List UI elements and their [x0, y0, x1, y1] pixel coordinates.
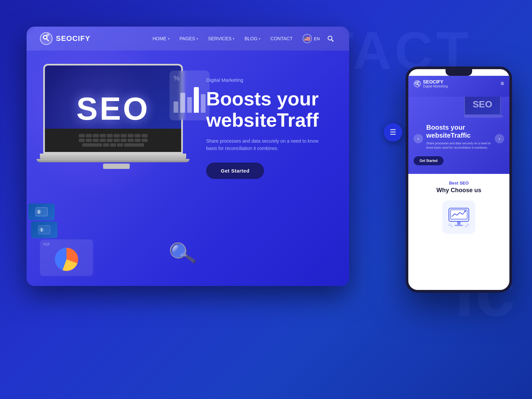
hero-content: Digital Marketing Boosts your websiteTra… [206, 77, 339, 179]
svg-point-22 [467, 224, 469, 226]
svg-text:$: $ [38, 210, 40, 214]
nav-links: HOME ▾ PAGES ▾ SERVICES ▾ BLOG ▾ CONTACT [153, 36, 293, 41]
mobile-logo-icon [414, 80, 421, 87]
nav-services[interactable]: SERVICES ▾ [208, 36, 235, 41]
mobile-why-section: Best SEO Why Choose us [408, 174, 509, 240]
logo-area: SEOCIFY [40, 32, 90, 45]
money-card-2: $ [31, 221, 58, 238]
mobile-notch [446, 69, 472, 76]
svg-rect-18 [457, 221, 461, 225]
blog-chevron: ▾ [259, 37, 260, 41]
seo-big-text: SEO [76, 90, 150, 127]
mobile-get-started-button[interactable]: Get Started [414, 156, 444, 165]
menu-icon: ☰ [390, 128, 396, 137]
mobile-logo-text: SEOCIFY Digital Marketing [423, 79, 448, 88]
mobile-menu-button[interactable]: ≡ [500, 80, 504, 87]
svg-point-20 [449, 224, 451, 226]
hero-description: Share processes and data securely on a n… [206, 137, 319, 152]
analytics-card: % [170, 70, 209, 120]
hero-title: Boosts your websiteTraff [206, 88, 339, 131]
money-float: $ $ [28, 203, 58, 239]
svg-point-21 [451, 226, 453, 227]
home-chevron: ▾ [168, 37, 170, 41]
hero-subtitle: Digital Marketing [206, 77, 339, 83]
mobile-header: SEOCIFY Digital Marketing ≡ [408, 76, 509, 97]
nav-actions: 🇺🇸 EN [303, 33, 336, 44]
mobile-top-bar: SEOCIFY Digital Marketing ≡ [414, 79, 504, 88]
svg-point-13 [416, 82, 417, 84]
desktop-menu-button[interactable]: ☰ [384, 123, 402, 142]
pages-chevron: ▾ [197, 37, 198, 41]
mobile-mockup: SEOCIFY Digital Marketing ≡ SEO ‹ Boo [406, 66, 512, 293]
svg-point-17 [465, 210, 466, 212]
logo-text: SEOCIFY [56, 34, 90, 43]
carousel-prev-button[interactable]: ‹ [414, 134, 423, 143]
mobile-eyebrow: Best SEO [414, 181, 504, 186]
svg-rect-19 [455, 225, 463, 226]
svg-point-14 [418, 81, 420, 82]
mobile-hero: SEO ‹ Boosts your websiteTraffic Share p… [408, 97, 509, 174]
nav-home[interactable]: HOME ▾ [153, 36, 170, 41]
laptop-container: SEO [43, 64, 190, 169]
nav-pages[interactable]: PAGES ▾ [180, 36, 198, 41]
mobile-hero-description: Share processes and data securely on a n… [426, 141, 491, 150]
mobile-logo-area: SEOCIFY Digital Marketing [414, 79, 448, 88]
monitor-icon [442, 200, 475, 234]
mobile-why-title: Why Choose us [414, 187, 504, 194]
pdf-card: PDF [40, 239, 93, 276]
flag-icon: 🇺🇸 [303, 34, 312, 43]
svg-text:$: $ [41, 228, 43, 232]
magnifier-icon: 🔍 [167, 239, 198, 268]
desktop-mockup: SEOCIFY HOME ▾ PAGES ▾ SERVICES ▾ BLOG ▾… [27, 27, 349, 286]
lang-code: EN [314, 36, 320, 41]
mobile-hero-illustration: SEO [414, 97, 504, 123]
mobile-carousel-controls: ‹ Boosts your websiteTraffic Share proce… [414, 123, 504, 154]
nav-contact[interactable]: CONTACT [270, 36, 293, 41]
monitor-icon-wrap [414, 200, 504, 234]
hero-illustration: $ $ SEO [27, 51, 213, 286]
svg-point-2 [44, 36, 46, 38]
services-chevron: ▾ [233, 37, 234, 41]
mobile-hero-title: Boosts your websiteTraffic [426, 123, 491, 139]
money-card-1: $ [28, 203, 55, 220]
logo-icon [40, 32, 53, 45]
svg-point-23 [465, 226, 466, 227]
nav-blog[interactable]: BLOG ▾ [244, 36, 260, 41]
language-selector[interactable]: 🇺🇸 EN [303, 34, 320, 43]
navbar: SEOCIFY HOME ▾ PAGES ▾ SERVICES ▾ BLOG ▾… [27, 27, 349, 51]
svg-point-3 [47, 34, 49, 36]
hero-section: $ $ SEO [27, 51, 349, 286]
carousel-next-button[interactable]: › [495, 134, 504, 143]
get-started-button[interactable]: Get Started [206, 163, 264, 179]
search-button[interactable] [325, 33, 336, 44]
